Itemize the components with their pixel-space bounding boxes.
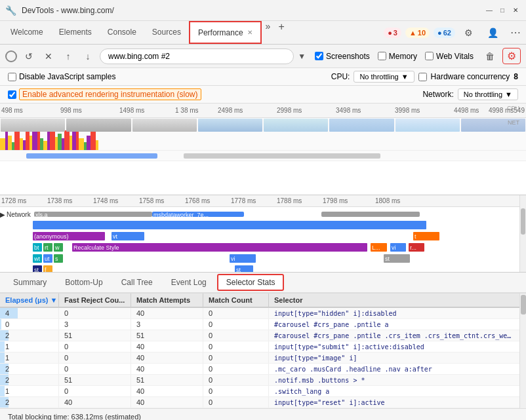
td-reject: 3	[59, 319, 131, 330]
add-tab-button[interactable]: +	[274, 21, 288, 44]
block-st-wt[interactable]: st	[384, 254, 410, 263]
selector-table[interactable]: Elapsed (μs) ▼ Fast Reject Cou... Match …	[0, 294, 519, 408]
table-row[interactable]: 0 3 3 0 #carousel #crs_pane .pntile a	[0, 319, 519, 330]
btab-calltree[interactable]: Call Tree	[113, 275, 161, 290]
block-wt[interactable]: wt	[33, 254, 42, 263]
btab-summary[interactable]: Summary	[5, 275, 54, 290]
th-match-attempts[interactable]: Match Attempts	[131, 294, 203, 307]
disable-js-checkbox[interactable]	[8, 73, 16, 81]
dropdown-arrow[interactable]: ▼	[298, 52, 306, 61]
settings-capture-button[interactable]: ⚙	[502, 48, 521, 64]
table-row[interactable]: 1 0 40 0 input[type="image" i]	[0, 353, 519, 364]
track-network: ▶ Network xls.a msbdataworker_7e...	[0, 209, 526, 220]
cancel-button[interactable]: ✕	[41, 48, 56, 64]
block-rt[interactable]: rt	[43, 243, 52, 252]
block-l[interactable]: L...	[371, 243, 387, 252]
table-row[interactable]: 1 0 40 0 .switch_lang a	[0, 386, 519, 397]
clear-button[interactable]: 🗑	[481, 50, 498, 63]
td-match: 40	[131, 353, 203, 363]
tab-sources[interactable]: Sources	[144, 21, 189, 44]
network-throttle-select[interactable]: No throttling ▼	[458, 88, 518, 100]
log-icon: ●	[437, 29, 442, 37]
btab-bottomup[interactable]: Bottom-Up	[57, 275, 110, 290]
refresh-button[interactable]: ↺	[21, 48, 37, 64]
td-reject: 0	[59, 386, 131, 396]
overview-timeline[interactable]: 498 ms 998 ms 1498 ms 1 38 ms 2498 ms 29…	[0, 104, 526, 195]
block-vi[interactable]: vi	[390, 243, 406, 252]
error-badge[interactable]: ● 3	[384, 28, 401, 38]
webvitals-checkbox[interactable]	[425, 52, 434, 60]
block-vi-wt[interactable]: vi	[230, 254, 256, 263]
block-s[interactable]	[33, 221, 426, 229]
memory-checkbox[interactable]	[378, 52, 386, 60]
tab-elements[interactable]: Elements	[51, 21, 100, 44]
block-ut[interactable]: ut	[43, 254, 52, 263]
devtools-icon: 🔧	[5, 5, 16, 16]
minimize-button[interactable]: —	[484, 5, 495, 16]
block-r[interactable]: r...	[409, 243, 424, 252]
disable-js-option[interactable]: Disable JavaScript samples	[8, 72, 115, 81]
expand-icon[interactable]: ▶	[0, 211, 5, 218]
more-tabs-button[interactable]: »	[262, 21, 275, 44]
settings-button[interactable]: ⚙	[459, 28, 478, 38]
block-bt-rt[interactable]: bt	[33, 243, 42, 252]
more-options-button[interactable]: ⋯	[508, 26, 523, 39]
log-badge[interactable]: ● 62	[434, 28, 455, 38]
upload-button[interactable]: ↑	[60, 48, 76, 64]
block-recalc-style[interactable]: Recalculate Style	[72, 243, 367, 252]
block-s-wt[interactable]: s	[54, 254, 63, 263]
th-fast-reject[interactable]: Fast Reject Cou...	[59, 294, 131, 307]
block-t[interactable]: t	[413, 232, 439, 240]
table-scroll-thumb[interactable]	[521, 295, 526, 315]
download-button[interactable]: ↓	[80, 48, 96, 64]
network-throttle-arrow: ▼	[505, 90, 512, 98]
tab-performance-close[interactable]: ✕	[247, 29, 253, 36]
timeline-scrollbar[interactable]	[519, 195, 526, 272]
block-st-b2[interactable]: st	[235, 265, 253, 273]
tab-welcome[interactable]: Welcome	[3, 21, 51, 44]
table-row[interactable]: 4 0 40 0 input[type="hidden" i]:disabled	[0, 308, 519, 319]
elapsed-value: 2	[5, 332, 9, 339]
th-selector[interactable]: Selector	[269, 294, 519, 307]
table-row[interactable]: 2 51 51 0 #carousel #crs_pane .pntile .c…	[0, 330, 519, 341]
table-with-scroll: Elapsed (μs) ▼ Fast Reject Cou... Match …	[0, 294, 526, 408]
advanced-rendering-checkbox[interactable]	[8, 90, 16, 99]
table-row[interactable]: 2 0 40 0 .mc_caro .musCard .headline .na…	[0, 364, 519, 375]
table-row[interactable]: 2 40 40 0 input[type="reset" i]:active	[0, 397, 519, 408]
screenshots-checkbox[interactable]	[315, 52, 323, 60]
th-elapsed[interactable]: Elapsed (μs) ▼	[0, 294, 59, 307]
track-bt: bt rt w Recalculate Style L... vi r...	[0, 242, 526, 253]
btab-calltree-label: Call Tree	[121, 278, 153, 287]
profile-button[interactable]: 👤	[482, 28, 504, 38]
timeline-scroll-thumb[interactable]	[521, 208, 525, 235]
th-elapsed-label: Elapsed (μs)	[5, 296, 48, 304]
table-body: 4 0 40 0 input[type="hidden" i]:disabled…	[0, 308, 519, 408]
warning-badge[interactable]: ▲ 10	[405, 28, 430, 38]
close-button[interactable]: ✕	[510, 5, 521, 16]
cpu-throttle-select[interactable]: No throttling ▼	[354, 71, 414, 83]
block-vt[interactable]: vt	[111, 232, 144, 240]
cpu-label: CPU:	[331, 72, 350, 81]
block-w[interactable]: w	[54, 243, 63, 252]
dtick-1748: 1748 ms	[93, 197, 118, 204]
block-st-b[interactable]: st	[33, 265, 42, 273]
tab-performance[interactable]: Performance ✕	[189, 21, 262, 44]
record-button[interactable]	[5, 50, 17, 62]
btab-eventlog[interactable]: Event Log	[163, 275, 214, 290]
maximize-button[interactable]: □	[497, 5, 508, 16]
block-f[interactable]: f	[43, 265, 52, 273]
table-header: Elapsed (μs) ▼ Fast Reject Cou... Match …	[0, 294, 519, 308]
tab-console[interactable]: Console	[100, 21, 144, 44]
advanced-rendering-option[interactable]: Enable advanced rendering instrumentatio…	[8, 88, 201, 100]
th-match-count[interactable]: Match Count	[203, 294, 269, 307]
hw-concurrency-checkbox[interactable]	[418, 73, 427, 81]
btab-selectorstats[interactable]: Selector Stats	[217, 274, 285, 291]
detail-timeline[interactable]: 1728 ms 1738 ms 1748 ms 1758 ms 1768 ms …	[0, 195, 526, 273]
table-row[interactable]: 1 0 40 0 input[type="submit" i]:active:d…	[0, 341, 519, 353]
track-s-content	[33, 221, 526, 230]
block-anonymous[interactable]: (anonymous)	[33, 232, 105, 240]
address-input[interactable]	[100, 48, 294, 64]
table-scrollbar[interactable]	[519, 294, 526, 408]
table-row[interactable]: 2 51 51 0 .notif.msb .buttons > *	[0, 375, 519, 386]
memory-checkbox-group: Memory	[378, 52, 417, 61]
